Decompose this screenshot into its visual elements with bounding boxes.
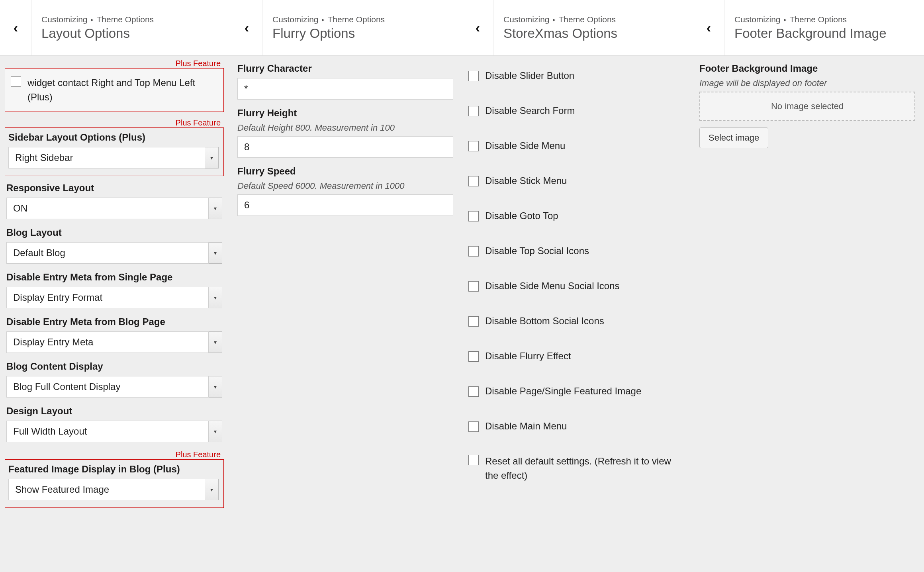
select-toggle[interactable]: ▾ xyxy=(205,479,219,500)
select-image-button[interactable]: Select image xyxy=(699,127,768,148)
field-label: Flurry Speed xyxy=(237,166,453,177)
checkbox[interactable] xyxy=(468,281,479,292)
chevron-left-icon: ‹ xyxy=(707,20,711,35)
blog-layout-select[interactable]: Default Blog ▾ xyxy=(6,242,222,264)
header-titles: Customizing ▸ Theme Options Layout Optio… xyxy=(32,15,163,41)
pane-title: Layout Options xyxy=(41,26,154,41)
checkbox-label: Disable Side Menu Social Icons xyxy=(485,279,620,293)
entry-meta-single-select[interactable]: Display Entry Format ▾ xyxy=(6,287,222,308)
field-label: Blog Content Display xyxy=(6,361,222,372)
checkbox[interactable] xyxy=(468,106,479,116)
checkbox[interactable] xyxy=(11,76,21,87)
disable-side-menu-row[interactable]: Disable Side Menu xyxy=(467,133,686,159)
checkbox-label: Disable Bottom Social Icons xyxy=(485,314,604,328)
blog-content-display-field: Blog Content Display Blog Full Content D… xyxy=(5,361,224,398)
design-layout-select[interactable]: Full Width Layout ▾ xyxy=(6,421,222,442)
featured-image-select[interactable]: Show Featured Image ▾ xyxy=(8,479,219,500)
select-value: Right Sidebar xyxy=(8,147,205,168)
chevron-left-icon: ‹ xyxy=(476,20,480,35)
flurry-character-field: Flurry Character xyxy=(236,63,455,100)
flurry-speed-field: Flurry Speed Default Speed 6000. Measure… xyxy=(236,166,455,216)
breadcrumb: Customizing ▸ Theme Options xyxy=(503,15,617,24)
checkbox[interactable] xyxy=(468,455,479,465)
responsive-layout-select[interactable]: ON ▾ xyxy=(6,198,222,219)
select-value: Display Entry Format xyxy=(6,287,209,308)
select-value: Display Entry Meta xyxy=(6,331,209,353)
breadcrumb-root: Customizing xyxy=(734,15,781,24)
checkbox[interactable] xyxy=(468,141,479,151)
field-label: Responsive Layout xyxy=(6,182,222,194)
entry-meta-blog-select[interactable]: Display Entry Meta ▾ xyxy=(6,331,222,353)
sidebar-layout-select[interactable]: Right Sidebar ▾ xyxy=(8,147,219,168)
checkbox[interactable] xyxy=(468,421,479,432)
disable-goto-top-row[interactable]: Disable Goto Top xyxy=(467,203,686,229)
checkbox[interactable] xyxy=(468,176,479,186)
pane-header: ‹ Customizing ▸ Theme Options Footer Bac… xyxy=(693,0,924,56)
back-button[interactable]: ‹ xyxy=(693,0,725,55)
chevron-right-icon: ▸ xyxy=(784,16,787,23)
select-toggle[interactable]: ▾ xyxy=(209,331,222,353)
back-button[interactable]: ‹ xyxy=(231,0,263,55)
flurry-character-input[interactable] xyxy=(237,78,453,100)
pane-body: Flurry Character Flurry Height Default H… xyxy=(231,56,462,231)
chevron-down-icon: ▾ xyxy=(214,205,217,212)
flurry-speed-input[interactable] xyxy=(237,194,453,216)
chevron-left-icon: ‹ xyxy=(245,20,249,35)
checkbox[interactable] xyxy=(468,246,479,257)
select-toggle[interactable]: ▾ xyxy=(209,198,222,219)
checkbox-label: Disable Flurry Effect xyxy=(485,349,571,363)
pane-flurry-options: ‹ Customizing ▸ Theme Options Flurry Opt… xyxy=(231,0,462,572)
flurry-height-input[interactable] xyxy=(237,136,453,158)
field-label: Flurry Character xyxy=(237,63,453,74)
checkbox[interactable] xyxy=(468,211,479,221)
chevron-right-icon: ▸ xyxy=(322,16,325,23)
sidebar-layout-field: Sidebar Layout Options (Plus) Right Side… xyxy=(5,127,224,176)
entry-meta-single-field: Disable Entry Meta from Single Page Disp… xyxy=(5,272,224,308)
select-toggle[interactable]: ▾ xyxy=(209,376,222,398)
back-button[interactable]: ‹ xyxy=(0,0,32,55)
pane-header: ‹ Customizing ▸ Theme Options StoreXmas … xyxy=(462,0,693,56)
checkbox-label: Disable Page/Single Featured Image xyxy=(485,384,641,398)
select-toggle[interactable]: ▾ xyxy=(209,287,222,308)
disable-side-social-row[interactable]: Disable Side Menu Social Icons xyxy=(467,273,686,299)
chevron-down-icon: ▾ xyxy=(214,339,217,345)
disable-slider-button-row[interactable]: Disable Slider Button xyxy=(467,63,686,88)
footer-image-field: Footer Background Image Image will be di… xyxy=(698,63,917,148)
select-toggle[interactable]: ▾ xyxy=(209,242,222,264)
back-button[interactable]: ‹ xyxy=(462,0,494,55)
field-label: Flurry Height xyxy=(237,108,453,119)
select-toggle[interactable]: ▾ xyxy=(209,421,222,442)
field-description: Default Height 800. Measurement in 100 xyxy=(237,123,453,133)
checkbox[interactable] xyxy=(468,71,479,81)
pane-title: Flurry Options xyxy=(272,26,385,41)
checkbox[interactable] xyxy=(468,386,479,397)
widget-contact-checkbox-row[interactable]: widget contact Right and Top Menu Left (… xyxy=(5,68,224,112)
select-value: Blog Full Content Display xyxy=(6,376,209,398)
reset-defaults-row[interactable]: Reset all default settings. (Refresh it … xyxy=(467,449,686,488)
breadcrumb: Customizing ▸ Theme Options xyxy=(734,15,887,24)
field-label: Sidebar Layout Options (Plus) xyxy=(8,132,219,143)
responsive-layout-field: Responsive Layout ON ▾ xyxy=(5,182,224,219)
checkbox[interactable] xyxy=(468,351,479,362)
select-toggle[interactable]: ▾ xyxy=(205,147,219,168)
breadcrumb: Customizing ▸ Theme Options xyxy=(272,15,385,24)
disable-search-form-row[interactable]: Disable Search Form xyxy=(467,98,686,123)
breadcrumb-root: Customizing xyxy=(272,15,319,24)
chevron-left-icon: ‹ xyxy=(14,20,18,35)
disable-flurry-row[interactable]: Disable Flurry Effect xyxy=(467,343,686,369)
disable-main-menu-row[interactable]: Disable Main Menu xyxy=(467,413,686,439)
select-value: Full Width Layout xyxy=(6,421,209,442)
breadcrumb-sub: Theme Options xyxy=(559,15,616,24)
checkbox[interactable] xyxy=(468,316,479,327)
pane-body: Plus Feature widget contact Right and To… xyxy=(0,56,231,521)
disable-top-social-row[interactable]: Disable Top Social Icons xyxy=(467,238,686,264)
field-label: Featured Image Display in Blog (Plus) xyxy=(8,464,219,475)
field-label: Footer Background Image xyxy=(699,63,915,74)
field-label: Disable Entry Meta from Blog Page xyxy=(6,316,222,327)
disable-bottom-social-row[interactable]: Disable Bottom Social Icons xyxy=(467,308,686,334)
disable-featured-image-row[interactable]: Disable Page/Single Featured Image xyxy=(467,378,686,404)
checkbox-label: widget contact Right and Top Menu Left (… xyxy=(27,76,218,104)
blog-content-display-select[interactable]: Blog Full Content Display ▾ xyxy=(6,376,222,398)
breadcrumb-sub: Theme Options xyxy=(328,15,385,24)
disable-stick-menu-row[interactable]: Disable Stick Menu xyxy=(467,168,686,194)
